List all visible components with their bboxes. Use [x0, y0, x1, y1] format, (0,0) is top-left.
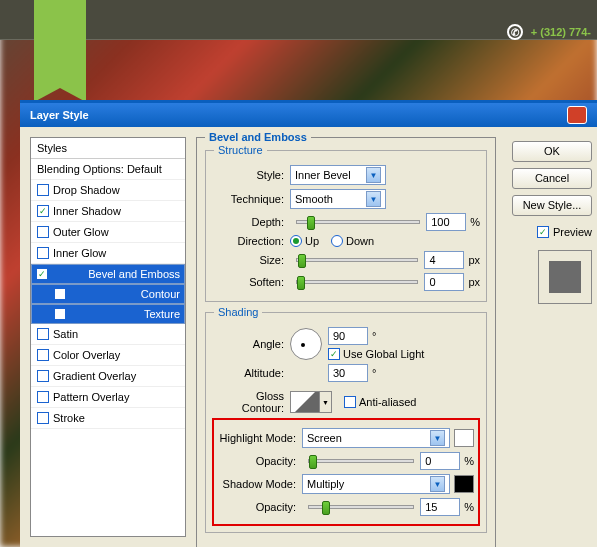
style-checkbox[interactable]: ✓	[36, 268, 48, 280]
styles-item-texture[interactable]: Texture	[31, 304, 185, 324]
highlight-color-swatch[interactable]	[454, 429, 474, 447]
style-label: Bevel and Emboss	[88, 268, 180, 280]
phone-header: ✆ + (312) 774-	[507, 24, 591, 40]
ribbon-bookmark	[34, 0, 86, 88]
altitude-input[interactable]: 30	[328, 364, 368, 382]
styles-item-bevel-and-emboss[interactable]: ✓Bevel and Emboss	[31, 264, 185, 284]
direction-down-radio[interactable]	[331, 235, 343, 247]
styles-item-outer-glow[interactable]: Outer Glow	[31, 222, 185, 243]
style-label: Outer Glow	[53, 226, 109, 238]
style-checkbox[interactable]	[37, 349, 49, 361]
style-checkbox[interactable]	[37, 370, 49, 382]
depth-slider[interactable]	[296, 220, 420, 224]
chevron-down-icon: ▼	[366, 191, 381, 207]
style-label: Pattern Overlay	[53, 391, 129, 403]
highlight-opacity-input[interactable]: 0	[420, 452, 460, 470]
style-label: Inner Glow	[53, 247, 106, 259]
shading-group: Shading Angle: 90° ✓Use Global Light Alt…	[205, 312, 487, 533]
chevron-down-icon: ▼	[430, 476, 445, 492]
style-label: Contour	[141, 288, 180, 300]
style-checkbox[interactable]	[37, 247, 49, 259]
shadow-opacity-slider[interactable]	[308, 505, 414, 509]
style-label: Stroke	[53, 412, 85, 424]
structure-group: Structure Style: Inner Bevel▼ Technique:…	[205, 150, 487, 302]
style-checkbox[interactable]: ✓	[37, 205, 49, 217]
bevel-emboss-panel: Bevel and Emboss Structure Style: Inner …	[196, 137, 496, 547]
size-slider[interactable]	[296, 258, 418, 262]
cancel-button[interactable]: Cancel	[512, 168, 592, 189]
style-label: Satin	[53, 328, 78, 340]
bevel-title: Bevel and Emboss	[205, 131, 311, 143]
preview-thumbnail	[538, 250, 592, 304]
styles-item-contour[interactable]: Contour	[31, 284, 185, 304]
blending-options[interactable]: Blending Options: Default	[31, 159, 185, 180]
chevron-down-icon: ▼	[366, 167, 381, 183]
style-checkbox[interactable]	[54, 308, 66, 320]
style-label: Color Overlay	[53, 349, 120, 361]
shadow-color-swatch[interactable]	[454, 475, 474, 493]
style-label: Gradient Overlay	[53, 370, 136, 382]
highlight-opacity-slider[interactable]	[308, 459, 414, 463]
shadow-mode-select[interactable]: Multiply▼	[302, 474, 450, 494]
styles-header[interactable]: Styles	[31, 138, 185, 159]
style-label: Drop Shadow	[53, 184, 120, 196]
styles-item-inner-glow[interactable]: Inner Glow	[31, 243, 185, 264]
global-light-checkbox[interactable]: ✓	[328, 348, 340, 360]
styles-item-pattern-overlay[interactable]: Pattern Overlay	[31, 387, 185, 408]
soften-slider[interactable]	[296, 280, 418, 284]
style-checkbox[interactable]	[37, 412, 49, 424]
depth-input[interactable]: 100	[426, 213, 466, 231]
anti-aliased-checkbox[interactable]	[344, 396, 356, 408]
shadow-opacity-input[interactable]: 15	[420, 498, 460, 516]
styles-item-gradient-overlay[interactable]: Gradient Overlay	[31, 366, 185, 387]
styles-item-satin[interactable]: Satin	[31, 324, 185, 345]
technique-select[interactable]: Smooth▼	[290, 189, 386, 209]
styles-list: Styles Blending Options: Default Drop Sh…	[30, 137, 186, 537]
styles-item-drop-shadow[interactable]: Drop Shadow	[31, 180, 185, 201]
styles-item-inner-shadow[interactable]: ✓Inner Shadow	[31, 201, 185, 222]
phone-number: + (312) 774-	[531, 26, 591, 38]
phone-icon: ✆	[507, 24, 523, 40]
soften-input[interactable]: 0	[424, 273, 464, 291]
chevron-down-icon[interactable]: ▼	[320, 391, 332, 413]
styles-item-stroke[interactable]: Stroke	[31, 408, 185, 429]
ok-button[interactable]: OK	[512, 141, 592, 162]
styles-item-color-overlay[interactable]: Color Overlay	[31, 345, 185, 366]
style-checkbox[interactable]	[37, 328, 49, 340]
style-checkbox[interactable]	[37, 184, 49, 196]
style-select[interactable]: Inner Bevel▼	[290, 165, 386, 185]
dialog-titlebar[interactable]: Layer Style	[20, 103, 597, 127]
angle-input[interactable]: 90	[328, 327, 368, 345]
dialog-title: Layer Style	[30, 109, 89, 121]
style-checkbox[interactable]	[54, 288, 66, 300]
direction-up-radio[interactable]	[290, 235, 302, 247]
preview-checkbox[interactable]: ✓	[537, 226, 549, 238]
close-icon[interactable]	[567, 106, 587, 124]
highlight-red-box: Highlight Mode: Screen▼ Opacity: 0% Shad…	[212, 418, 480, 526]
layer-style-dialog: Layer Style Styles Blending Options: Def…	[20, 100, 597, 547]
style-checkbox[interactable]	[37, 391, 49, 403]
style-checkbox[interactable]	[37, 226, 49, 238]
gloss-contour-picker[interactable]	[290, 391, 320, 413]
style-label: Texture	[144, 308, 180, 320]
new-style-button[interactable]: New Style...	[512, 195, 592, 216]
chevron-down-icon: ▼	[430, 430, 445, 446]
size-input[interactable]: 4	[424, 251, 464, 269]
style-label: Inner Shadow	[53, 205, 121, 217]
angle-dial[interactable]	[290, 328, 322, 360]
highlight-mode-select[interactable]: Screen▼	[302, 428, 450, 448]
